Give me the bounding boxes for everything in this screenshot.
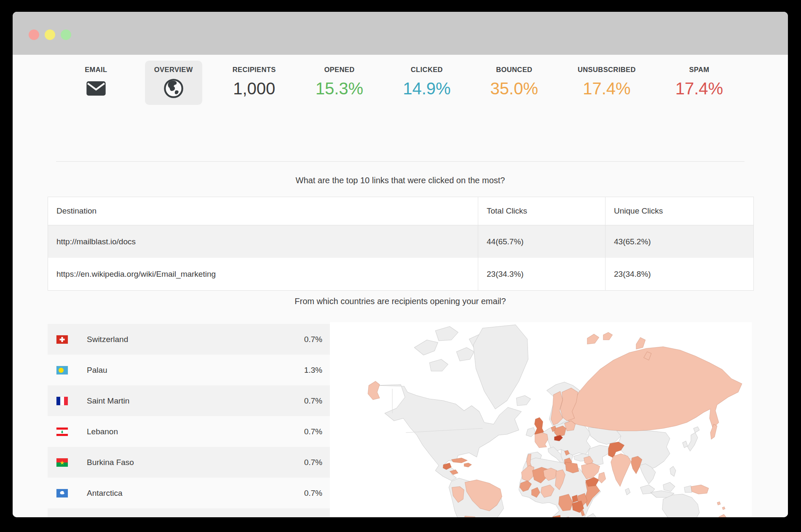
opened-rate: 15.3% [316,79,363,98]
map-region-sakhalin [710,424,717,439]
map-region-iceland [516,396,530,406]
stat-label: RECIPIENTS [233,66,276,74]
map-region-west-papua [684,486,692,492]
switzerland-flag-icon [56,335,68,344]
map-region-greenland [473,325,528,409]
country-percent: 0.7% [304,489,322,498]
link-total-clicks: 44(65.7%) [478,225,605,258]
map-region-western-alaska [368,381,380,400]
links-question: What are the top 10 links that were clic… [13,176,788,185]
link-destination: https://en.wikipedia.org/wiki/Email_mark… [48,258,478,290]
country-percent: 0.7% [304,458,322,467]
country-name: Switzerland [87,335,128,344]
envelope-icon [78,79,115,98]
country-name: Saint Martin [87,396,129,406]
bounced-rate: 35.0% [490,79,538,98]
link-unique-clicks: 23(34.8%) [605,258,753,290]
country-percent: 1.3% [304,366,322,375]
country-percent: 0.7% [304,335,322,344]
window-titlebar[interactable] [13,12,788,55]
country-name: Palau [87,366,107,375]
app-window: EMAIL OVERVIEW RECIPIENTS 1,000 [13,12,788,517]
table-row[interactable]: https://en.wikipedia.org/wiki/Email_mark… [48,258,753,290]
col-destination: Destination [48,197,478,225]
map-region-russia [567,347,742,431]
palau-flag-icon [56,366,68,374]
map-region-madagascar [587,513,597,517]
table-row[interactable]: http://mailblast.io/docs 44(65.7%) 43(65… [48,225,753,258]
country-name: Lebanon [87,427,118,436]
world-choropleth-map[interactable] [330,322,752,517]
maximize-window-icon[interactable] [61,29,71,40]
stats-bar: EMAIL OVERVIEW RECIPIENTS 1,000 [13,61,788,105]
stat-spam: SPAM 17.4% [666,61,732,105]
stat-recipients: RECIPIENTS 1,000 [223,61,285,105]
map-region-hispaniola [464,463,471,467]
stat-label: CLICKED [403,66,450,74]
map-region-myanmar [631,456,642,474]
list-item[interactable]: Lebanon 0.7% [48,416,334,447]
map-region-fiji [717,502,725,510]
link-total-clicks: 23(34.3%) [478,258,605,290]
country-name: Antarctica [87,489,122,498]
stat-bounced: BOUNCED 35.0% [481,61,547,105]
list-item[interactable]: Åland Islands 0.7% [48,508,334,517]
countries-list: Switzerland 0.7% Palau 1.3% Saint Martin… [48,324,334,517]
country-percent: 0.7% [304,427,322,436]
link-destination: http://mailblast.io/docs [48,225,478,258]
burkina-faso-flag-icon [56,458,68,467]
map-region-australia [662,494,699,517]
list-item[interactable]: Palau 1.3% [48,355,334,385]
close-window-icon[interactable] [29,29,39,40]
col-total-clicks: Total Clicks [478,197,605,225]
saint-martin-flag-icon [56,397,68,405]
stat-label: SPAM [675,66,723,74]
minimize-window-icon[interactable] [45,29,55,40]
col-unique-clicks: Unique Clicks [605,197,753,225]
stat-clicked: CLICKED 14.9% [394,61,460,105]
map-region-sri-lanka [625,488,630,495]
table-header-row: Destination Total Clicks Unique Clicks [48,197,753,225]
stat-label: UNSUBSCRIBED [578,66,636,74]
country-name: Burkina Faso [87,458,134,467]
spam-rate: 17.4% [675,79,723,98]
tab-email[interactable]: EMAIL [68,61,124,105]
countries-question: From which countries are recipients open… [13,297,788,306]
unsubscribed-rate: 17.4% [578,79,636,98]
lebanon-flag-icon [56,428,68,436]
map-region-new-zealand [713,514,727,517]
report-content: EMAIL OVERVIEW RECIPIENTS 1,000 [13,55,788,517]
list-item[interactable]: Antarctica 0.7% [48,478,334,508]
recipients-count: 1,000 [233,79,276,98]
list-item[interactable]: Burkina Faso 0.7% [48,447,334,478]
map-region-united-kingdom [534,417,544,435]
map-region-southeast-asia [640,464,676,497]
country-percent: 0.7% [304,396,322,406]
tab-overview[interactable]: OVERVIEW [145,61,202,105]
stat-unsubscribed: UNSUBSCRIBED 17.4% [568,61,645,105]
link-unique-clicks: 43(65.2%) [605,225,753,258]
antarctica-flag-icon [56,489,68,497]
stat-label: BOUNCED [490,66,538,74]
globe-icon [154,79,193,98]
map-region-japan-korea [683,427,699,451]
list-item[interactable]: Switzerland 0.7% [48,324,334,355]
section-divider [56,161,745,162]
stat-label: OPENED [316,66,363,74]
stat-opened: OPENED 15.3% [306,61,372,105]
map-region-france [535,433,548,448]
overview-tab-label: OVERVIEW [154,66,193,74]
email-tab-label: EMAIL [78,66,115,74]
map-region-india [611,454,631,487]
map-region-svalbard [587,332,613,344]
map-region-oman [598,472,606,483]
clicked-rate: 14.9% [403,79,450,98]
map-region-papua-new-guinea [691,485,709,494]
top-links-table: Destination Total Clicks Unique Clicks h… [48,197,754,291]
list-item[interactable]: Saint Martin 0.7% [48,385,334,416]
map-region-ireland [526,428,535,437]
